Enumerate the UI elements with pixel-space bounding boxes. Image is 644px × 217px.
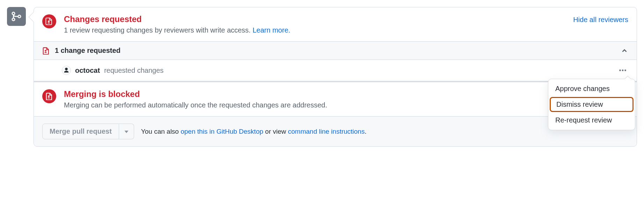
open-in-desktop-link[interactable]: open this in GitHub Desktop <box>181 128 263 135</box>
merge-footer: Merge pull request You can also open thi… <box>34 116 637 146</box>
svg-point-2 <box>18 15 21 18</box>
merging-blocked-title: Merging is blocked <box>64 89 628 99</box>
approve-changes-item[interactable]: Approve changes <box>548 81 635 96</box>
merge-status-panel: Changes requested Hide all reviewers 1 r… <box>34 7 637 147</box>
subtitle-text: 1 review requesting changes by reviewers… <box>64 26 251 34</box>
svg-point-6 <box>624 70 626 71</box>
svg-point-5 <box>622 70 624 71</box>
file-diff-mini-icon <box>42 47 50 55</box>
git-merge-badge <box>7 7 26 26</box>
triangle-down-icon <box>124 129 129 134</box>
change-summary-row[interactable]: 1 change requested <box>34 41 637 59</box>
svg-point-1 <box>12 18 15 21</box>
file-diff-icon <box>42 89 56 103</box>
footer-prefix: You can also <box>141 128 181 135</box>
merge-options-dropdown-button[interactable] <box>119 124 134 139</box>
changes-requested-title: Changes requested <box>64 14 142 24</box>
svg-point-0 <box>12 12 15 15</box>
hide-reviewers-link[interactable]: Hide all reviewers <box>573 16 628 24</box>
file-diff-icon <box>42 14 56 28</box>
footer-period: . <box>365 128 366 135</box>
footer-or: or view <box>263 128 288 135</box>
svg-point-4 <box>619 70 621 71</box>
learn-more-link[interactable]: Learn more. <box>253 26 290 34</box>
change-summary-label: 1 change requested <box>55 47 616 55</box>
reviewer-row: octocat requested changes Approve change… <box>34 59 637 81</box>
reviewer-username[interactable]: octocat <box>75 66 100 75</box>
changes-requested-subtitle: 1 review requesting changes by reviewers… <box>64 26 628 34</box>
kebab-menu-button[interactable] <box>617 65 628 76</box>
merging-blocked-section: Merging is blocked Merging can be perfor… <box>34 81 637 116</box>
merge-button-group: Merge pull request <box>42 124 134 139</box>
dismiss-review-item[interactable]: Dismiss review <box>550 97 634 112</box>
changes-requested-section: Changes requested Hide all reviewers 1 r… <box>34 7 637 41</box>
review-actions-dropdown: Approve changes Dismiss review Re-reques… <box>548 79 635 130</box>
git-merge-icon <box>10 10 22 22</box>
chevron-up-icon <box>621 47 628 55</box>
merge-pull-request-button[interactable]: Merge pull request <box>42 124 119 139</box>
merge-footer-text: You can also open this in GitHub Desktop… <box>141 128 367 135</box>
command-line-link[interactable]: command line instructions <box>288 128 365 135</box>
re-request-review-item[interactable]: Re-request review <box>548 113 635 128</box>
reviewer-status: requested changes <box>104 66 613 75</box>
avatar[interactable] <box>62 66 71 75</box>
merging-blocked-subtitle: Merging can be performed automatically o… <box>64 101 628 109</box>
